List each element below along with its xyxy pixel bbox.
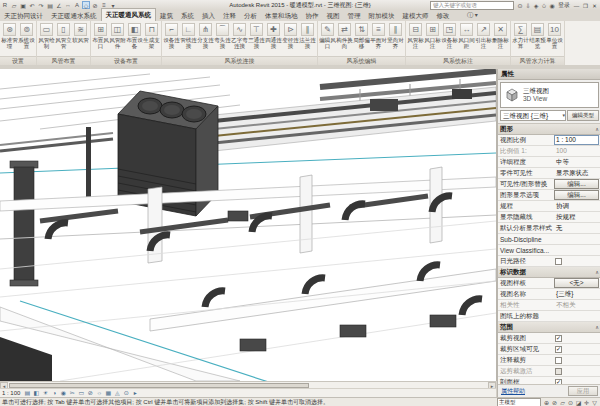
status-toggle-icon[interactable]: ▱ <box>559 399 566 406</box>
property-value[interactable]: {三维} <box>554 289 599 299</box>
property-row[interactable]: Sub-Discipline <box>498 234 600 245</box>
qat-icon[interactable]: ↶ <box>28 1 36 9</box>
view-control-icon[interactable]: ⊘ <box>86 389 94 397</box>
ribbon-button[interactable]: ↔ 风口间距 <box>458 22 475 56</box>
signin-label[interactable]: 登录 <box>558 1 570 10</box>
qat-icon[interactable]: ▤ <box>46 1 54 9</box>
property-value[interactable]: 协调 <box>554 201 599 211</box>
property-checkbox[interactable] <box>555 357 562 364</box>
titlebar-icon[interactable]: ✩ <box>540 2 548 9</box>
apply-button[interactable]: 应用 <box>568 386 598 396</box>
ribbon-button[interactable]: ⊟ 风管标注 <box>407 22 424 56</box>
property-row[interactable]: 相关性 不相关 <box>498 300 600 311</box>
property-row[interactable]: 视图名称 {三维} <box>498 289 600 300</box>
ribbon-button[interactable]: ⋔ 分支连接 <box>197 22 214 56</box>
property-row[interactable]: 零件可见性 显示原状态 <box>498 168 600 179</box>
panel-title[interactable]: 风管布置 <box>37 56 90 65</box>
window-button[interactable]: ✕ <box>590 2 599 10</box>
property-value[interactable]: 100 <box>554 146 599 156</box>
ribbon-tab[interactable]: 注释 <box>219 10 240 21</box>
ribbon-button[interactable]: 10 单位设置 <box>546 22 563 56</box>
qat-icon[interactable]: A <box>73 1 81 9</box>
ribbon-tab[interactable]: 天正暖通水系统 <box>47 10 101 21</box>
ribbon-button[interactable]: ◳ 设备标注 <box>441 22 458 56</box>
view-control-icon[interactable]: ◬ <box>113 389 121 397</box>
property-row[interactable]: 图形显示选项 编辑... <box>498 190 600 201</box>
property-row[interactable]: 范围 <box>498 322 600 333</box>
property-checkbox[interactable] <box>555 346 562 353</box>
ribbon-button[interactable]: ◫ 风管附件 <box>109 22 126 56</box>
qat-icon[interactable]: ↷ <box>37 1 45 9</box>
qat-icon[interactable]: ▱ <box>10 1 18 9</box>
property-row[interactable]: 显示隐藏线 按规程 <box>498 212 600 223</box>
quick-access-toolbar[interactable]: R▱▣↶↷▤∠↔A◇⊘≡▾ <box>0 1 117 9</box>
property-row[interactable]: 裁剪视图 <box>498 333 600 344</box>
property-checkbox[interactable] <box>555 335 562 342</box>
ribbon-button[interactable]: ✎ 编辑风口 <box>319 22 336 56</box>
property-value[interactable]: 按规程 <box>554 212 599 222</box>
ribbon-button[interactable]: ⊓ 生成支架 <box>143 22 160 56</box>
view-control-icon[interactable]: ✂ <box>68 389 76 397</box>
panel-title[interactable]: 风系统编辑 <box>318 56 405 65</box>
property-value[interactable]: 显示原状态 <box>554 168 599 178</box>
section-box-edge-teal[interactable] <box>0 153 496 173</box>
ribbon-button[interactable]: ∑ 水力计算 <box>512 22 529 56</box>
ribbon-tab[interactable]: 视图 <box>323 10 344 21</box>
titlebar-icon[interactable]: ◈ <box>532 2 540 9</box>
property-row[interactable]: 可见性/图形替换 编辑... <box>498 179 600 190</box>
property-row[interactable]: 图纸上的标题 <box>498 311 600 322</box>
qat-icon[interactable]: ◇ <box>82 1 90 9</box>
ribbon-tab[interactable]: 协作 <box>302 10 323 21</box>
property-value[interactable]: 编辑... <box>554 179 599 189</box>
property-row[interactable]: 裁剪区域可见 <box>498 344 600 355</box>
view-control-icon[interactable]: ▦ <box>104 389 112 397</box>
property-row[interactable]: 标识数据 <box>498 267 600 278</box>
ribbon-tab[interactable]: 体量和场地 <box>261 10 302 21</box>
ribbon-button[interactable]: ⊞ 布置风口 <box>92 22 109 56</box>
properties-header[interactable]: 属性 <box>498 69 600 80</box>
ribbon-button[interactable]: ⊚ 系统设置 <box>18 22 35 56</box>
properties-help-link[interactable]: 属性帮助 <box>501 387 525 396</box>
ribbon-button[interactable]: ✚ 四通连接 <box>265 22 282 56</box>
panel-title[interactable]: 风管水力计算 <box>511 56 564 65</box>
property-row[interactable]: 剖面框 <box>498 377 600 384</box>
titlebar-icon[interactable]: ◉ <box>548 2 556 9</box>
qat-icon[interactable]: ∠ <box>55 1 63 9</box>
duct-fitting-box[interactable] <box>370 99 398 111</box>
ribbon-tab[interactable]: 天正暖通风系统 <box>101 8 157 21</box>
duct-run-main[interactable] <box>0 87 496 151</box>
property-value[interactable] <box>554 245 599 255</box>
panel-title[interactable]: 设备布置 <box>91 56 161 65</box>
ribbon-tab[interactable]: 插入 <box>198 10 219 21</box>
ribbon-button[interactable]: ▯ 风管立管 <box>55 22 72 56</box>
property-value[interactable]: <无> <box>554 278 599 288</box>
ribbon-button[interactable]: ⊛ 标准管理 <box>1 22 18 56</box>
qat-icon[interactable]: ⊘ <box>91 1 99 9</box>
ribbon-tab[interactable]: 系统 <box>177 10 198 21</box>
property-value[interactable]: 1 : 100 <box>554 135 599 145</box>
view-control-icon[interactable]: ◉ <box>59 389 67 397</box>
ribbon-button[interactable]: ⌒ 弯头连接 <box>214 22 231 56</box>
ribbon-button[interactable]: ⊞ 风口标注 <box>424 22 441 56</box>
property-row[interactable]: 详细程度 中等 <box>498 157 600 168</box>
property-value[interactable] <box>554 234 599 244</box>
type-preview[interactable]: 三维视图 3D View <box>500 82 599 108</box>
property-row[interactable]: 规程 协调 <box>498 201 600 212</box>
titlebar-icon[interactable]: ⇩ <box>524 2 532 9</box>
type-selector-dropdown[interactable]: 三维视图 {三维} <box>500 110 566 121</box>
titlebar-icons[interactable]: ⊙⇩◈✩◉ <box>516 2 556 9</box>
window-controls[interactable]: —❐✕ <box>572 2 599 10</box>
property-value[interactable] <box>554 311 599 321</box>
status-toggle-icon[interactable]: ✛ <box>583 399 590 406</box>
status-toggle-icon[interactable]: ⊘ <box>551 399 558 406</box>
property-row[interactable]: 图形 <box>498 124 600 135</box>
property-row[interactable]: 注释裁剪 <box>498 355 600 366</box>
help-search-input[interactable]: 键入关键字或短语 <box>430 1 514 10</box>
view-control-icon[interactable]: ▸ <box>131 389 139 397</box>
property-row[interactable]: 远剪裁激活 <box>498 366 600 377</box>
ribbon-button[interactable]: ▤ 结果预览 <box>529 22 546 56</box>
ribbon-tab[interactable]: 分析 <box>240 10 261 21</box>
ribbon-button[interactable]: ⇄ 构件换向 <box>336 22 353 56</box>
status-toggle-icon[interactable]: ◪ <box>575 399 582 406</box>
ribbon-button[interactable]: ∟ 管线连接 <box>180 22 197 56</box>
